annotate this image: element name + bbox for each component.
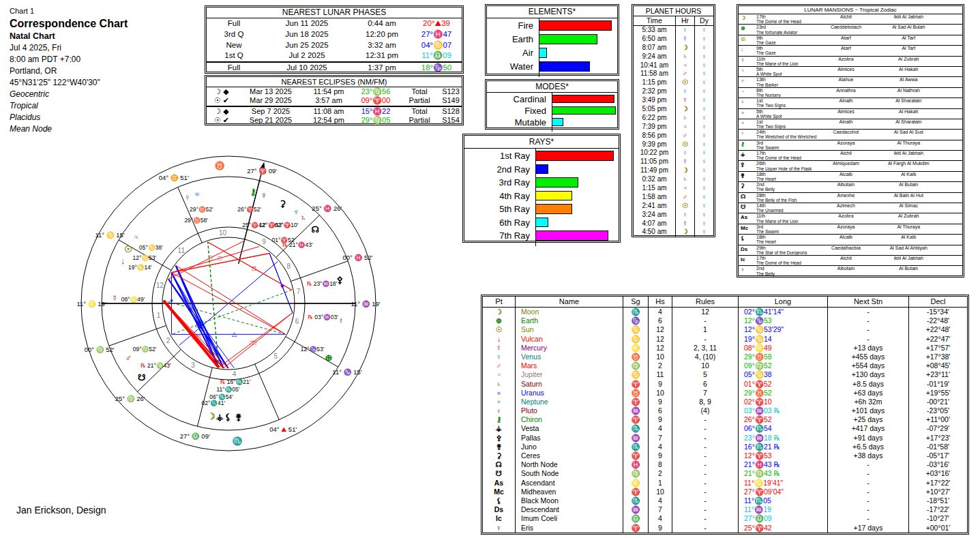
planet-name: Saturn: [516, 380, 623, 389]
lunar-mansion-row: ♇ 24th Caedacohot Al Sad Al Sud The Wret…: [739, 130, 962, 140]
phase-name: Full: [207, 63, 261, 74]
mansion-arabic-name: Iktil Al Jabhah: [855, 14, 962, 19]
bar-water: [539, 61, 590, 72]
rules-houses: 2, 3, 11: [672, 344, 739, 353]
bar-air: [539, 48, 547, 58]
next-station: -: [828, 496, 909, 505]
day-ruler-icon: ♀: [695, 140, 713, 149]
planet-icon: ☽: [483, 308, 516, 316]
mansion-arabic-name: Al Hakah: [855, 67, 962, 72]
eclipses-title: NEAREST ECLIPSES (NM/FM): [207, 77, 462, 87]
planet-row: ☉ Sun ♋ 12 1 12°♋53'29" - +22°48': [483, 325, 967, 334]
house-number: 8: [649, 460, 672, 469]
sign-icon: ♒: [623, 406, 649, 415]
rules-houses: -: [672, 451, 739, 460]
col-rules: Rules: [672, 297, 739, 307]
sign-icon: ♈: [623, 415, 649, 424]
planet-name: Venus: [516, 353, 623, 361]
phase-date: Jul 10 2025: [261, 63, 353, 74]
declination: +11°00': [909, 415, 967, 424]
sign-icon: ♈: [623, 524, 649, 533]
planet-name: Uranus: [516, 389, 623, 398]
eclipse-time: 12:54 pm: [305, 116, 353, 125]
phase-position: 20°⛰39: [411, 18, 462, 29]
svg-text:↓: ↓: [121, 256, 125, 266]
eclipse-position: 29°♍05: [353, 116, 399, 125]
planet-row: ⊕ Earth ♑ 6 - 12°♑53 - -22°48': [483, 316, 967, 325]
hour-time: 1:15 am: [634, 184, 676, 193]
hour-ruler-icon: ♄: [676, 175, 695, 184]
planet-hour-row: 4:50 am ☽ ♀: [634, 228, 713, 237]
rules-houses: -: [672, 424, 739, 433]
planet-hour-row: 8:56 pm ♂ ♀: [634, 132, 713, 140]
planet-hours-header: Time Hr Dy: [634, 16, 713, 26]
svg-text:✶: ✶: [169, 297, 175, 304]
phase-position: 04°♋07: [411, 40, 462, 51]
planet-icon: ⚴: [483, 434, 516, 443]
bar-label: Mutable: [515, 118, 546, 127]
eclipse-type: Partial: [399, 116, 440, 125]
planet-icon: ♄: [483, 380, 516, 389]
hour-ruler-icon: ♂: [676, 70, 695, 78]
planet-name: Mercury: [516, 344, 623, 353]
rules-houses: -: [672, 514, 739, 523]
hour-time: 5:05 pm: [634, 105, 676, 114]
next-station: -: [828, 316, 909, 325]
planet-name: Imum Coeli: [516, 514, 623, 523]
declination: +08°45': [909, 361, 967, 370]
svg-text:09°♍52': 09°♍52': [133, 346, 157, 353]
lunar-mansions-table: LUNAR MANSIONS ~ Tropical Zodiac ☽ 17th …: [738, 5, 963, 276]
setting-zodiac: Tropical: [10, 100, 128, 112]
planet-hour-row: 11:49 pm ☽ ♀: [634, 166, 713, 175]
svg-text:00° ♍ 52': 00° ♍ 52': [85, 346, 115, 354]
svg-text:□: □: [197, 334, 201, 341]
eclipse-date: Sep 21 2025: [237, 116, 305, 125]
natal-chart-wheel: 123456789101112△△△△△△△✶✶✶△□□□□□□□□□11° ♌…: [70, 145, 387, 462]
eclipse-kind-icon: ☽ ◆: [207, 107, 237, 116]
longitude: 11°♒19: [739, 505, 828, 514]
day-ruler-icon: ♀: [695, 166, 713, 175]
hour-ruler-icon: ☽: [676, 228, 695, 237]
mansion-description: The Swarm: [756, 229, 779, 234]
eclipse-time: 11:08 am: [305, 107, 353, 116]
next-station: +17 days: [828, 524, 909, 533]
longitude: 06°♏54: [739, 424, 828, 433]
planet-name: Ceres: [516, 451, 623, 460]
eclipse-kind-icon: ☉ ✔: [207, 116, 237, 125]
mansion-description: The Star of the Dungeons: [756, 250, 807, 255]
planet-row: ⚵ Juno ♏ 4 - 16°♏21 ℞ +6.5 days -01°58': [483, 443, 967, 451]
mansion-arabic-name: Al Tarf: [855, 46, 962, 50]
planet-icon: ♂: [483, 361, 516, 370]
hour-ruler-icon: ☽: [676, 166, 695, 175]
eclipse-time: 3:57 am: [305, 96, 353, 105]
hour-time: 10:41 am: [634, 61, 676, 70]
lunar-mansions-rows: ☽ 17th Alchil Iktil Al Jabhah The Dome o…: [739, 14, 962, 276]
svg-text:12°♑53': 12°♑53': [301, 346, 325, 353]
lunar-phase-row: 1st Q Jul 2 2025 12:31 pm 11°♎09: [207, 50, 462, 61]
svg-text:♂: ♂: [125, 353, 132, 363]
next-station: -: [828, 505, 909, 514]
lunar-mansion-row: As 11th Azobra Al Zubrah The Mane of the…: [739, 213, 962, 224]
lunar-mansion-row: ⚳ 2nd Albotain Al Butain The Belly: [739, 182, 962, 192]
svg-text:☉: ☉: [124, 244, 132, 254]
house-number: 6: [649, 406, 672, 415]
svg-text:11: 11: [178, 247, 185, 254]
planet-name: Jupiter: [516, 370, 623, 379]
hour-ruler-icon: ♃: [676, 123, 695, 132]
mansion-description: The Heart: [756, 177, 776, 181]
mansion-description: The Upper Hole of the Flask: [756, 166, 812, 171]
planet-icon: ↓: [483, 335, 516, 344]
house-number: 7: [649, 434, 672, 443]
svg-text:12: 12: [156, 282, 164, 289]
svg-text:⚸: ⚸: [225, 412, 232, 422]
eclipse-row: ☽ ◆ Sep 7 2025 11:08 am 15°♓22 Total S12…: [207, 106, 462, 116]
house-number: 12: [649, 335, 672, 344]
mansion-arabic-name: Al Zubrah: [855, 213, 962, 218]
eclipse-row: ☽ ◆ Mar 13 2025 11:54 pm 23°♍56 Total S1…: [207, 87, 462, 96]
rules-houses: -: [672, 505, 739, 514]
mansion-description: The Belly: [756, 271, 775, 276]
planet-row: ⚶ Vesta ♏ 4 - 06°♏54 +417 days -07°29': [483, 424, 967, 433]
sign-icon: ♏: [623, 443, 649, 451]
sign-icon: ♈: [623, 380, 649, 389]
svg-text:☽: ☽: [207, 411, 216, 421]
